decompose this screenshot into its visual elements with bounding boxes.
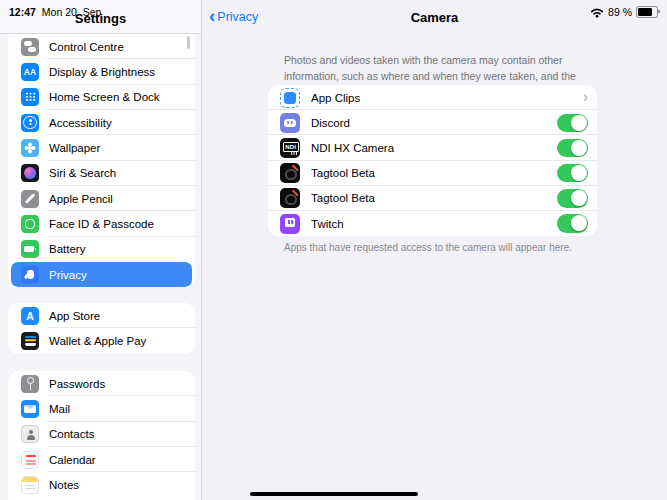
display-brightness-icon [21,63,39,81]
sidebar-item-passwords[interactable]: Passwords [8,371,195,396]
sidebar-item-label: Accessibility [49,117,112,129]
sidebar-item-label: Wallet & Apple Pay [49,335,146,347]
sidebar-item-wallet-apple-pay[interactable]: Wallet & Apple Pay [8,328,195,353]
sidebar-item-wallpaper[interactable]: Wallpaper [8,135,195,160]
sidebar-item-privacy[interactable]: Privacy [11,262,192,287]
app-name: NDI HX Camera [311,142,546,154]
sidebar-item-label: Calendar [49,454,96,466]
chevron-right-icon: › [583,89,588,105]
chevron-left-icon: ‹ [209,6,215,25]
sidebar-item-label: Wallpaper [49,142,100,154]
twitch-icon [280,214,300,234]
back-to-privacy-button[interactable]: ‹ Privacy [209,0,258,34]
face-id-icon [21,215,39,233]
back-label: Privacy [217,10,258,24]
control-centre-icon [21,38,39,56]
discord-icon [280,113,300,133]
sidebar-item-siri-search[interactable]: Siri & Search [8,161,195,186]
sidebar-item-home-screen-dock[interactable]: Home Screen & Dock [8,85,195,110]
camera-toggle-discord[interactable] [557,114,588,133]
sidebar-item-notes[interactable]: Notes [8,472,195,497]
camera-toggle-ndi-hx-camera[interactable] [557,139,588,158]
sidebar-item-label: Control Centre [49,41,124,53]
camera-apps-footer: Apps that have requested access to the c… [284,242,586,253]
sidebar-item-calendar[interactable]: Calendar [8,447,195,472]
sidebar-item-label: App Store [49,310,100,322]
sidebar-item-display-brightness[interactable]: Display & Brightness [8,59,195,84]
sidebar-item-label: Home Screen & Dock [49,91,160,103]
calendar-icon [21,451,39,469]
list-item-discord: Discord [268,110,597,135]
sidebar-item-label: Battery [49,243,85,255]
sidebar-item-label: Siri & Search [49,167,116,179]
privacy-icon [21,266,39,284]
sidebar-item-label: Privacy [49,269,87,281]
sidebar-item-accessibility[interactable]: Accessibility [8,110,195,135]
home-screen-dock-icon [21,88,39,106]
ipad-settings-screen: 12:47 Mon 20. Sep 89 % Settings Control [0,0,667,500]
camera-privacy-pane: ‹ Privacy Camera Photos and videos taken… [202,0,667,500]
camera-toggle-tagtool-beta-1[interactable] [557,164,588,183]
detail-header: ‹ Privacy Camera [202,0,667,34]
app-name: App Clips [311,92,572,104]
sidebar-item-mail[interactable]: Mail [8,396,195,421]
list-item-tagtool-beta-1: Tagtool Beta [268,161,597,186]
sidebar-item-label: Mail [49,403,70,415]
wallet-icon [21,332,39,350]
sidebar-item-label: Contacts [49,428,94,440]
app-name: Tagtool Beta [311,167,546,179]
camera-toggle-tagtool-beta-2[interactable] [557,189,588,208]
apple-pencil-icon [21,190,39,208]
list-item-app-clips[interactable]: App Clips › [268,85,597,110]
sidebar-item-battery[interactable]: Battery [8,237,195,262]
sidebar-title: Settings [75,11,126,26]
app-name: Tagtool Beta [311,192,546,204]
list-item-twitch: Twitch [268,211,597,236]
sidebar-item-label: Apple Pencil [49,193,113,205]
sidebar-group-2: App Store Wallet & Apple Pay [8,303,195,354]
sidebar-item-label: Display & Brightness [49,66,155,78]
sidebar-item-label: Passwords [49,378,105,390]
mail-icon [21,400,39,418]
sidebar-item-contacts[interactable]: Contacts [8,422,195,447]
passwords-icon [21,375,39,393]
home-indicator[interactable] [250,492,418,496]
list-item-ndi-hx-camera: NDI HX Camera [268,135,597,160]
accessibility-icon [21,114,39,132]
siri-search-icon [21,164,39,182]
sidebar-item-label: Notes [49,479,79,491]
camera-toggle-twitch[interactable] [557,214,588,233]
sidebar-item-control-centre[interactable]: Control Centre [8,34,195,59]
sidebar-scrollbar[interactable] [187,36,190,49]
app-store-icon [21,307,39,325]
settings-sidebar: Settings Control Centre Display & Bright… [0,0,202,500]
battery-settings-icon [21,240,39,258]
list-item-tagtool-beta-2: Tagtool Beta [268,186,597,211]
sidebar-item-apple-pencil[interactable]: Apple Pencil [8,186,195,211]
sidebar-item-label: Face ID & Passcode [49,218,154,230]
camera-apps-list: App Clips › Discord NDI HX Camera Tagtoo… [268,85,597,236]
page-title: Camera [202,0,667,34]
wallpaper-icon [21,139,39,157]
ndi-hx-camera-icon [280,138,300,158]
sidebar-header: Settings [0,0,201,34]
app-name: Discord [311,117,546,129]
sidebar-group-3: Passwords Mail Contacts Calendar Notes [8,371,195,500]
contacts-icon [21,425,39,443]
app-clips-icon [280,88,300,108]
sidebar-item-app-store[interactable]: App Store [8,303,195,328]
sidebar-item-face-id-passcode[interactable]: Face ID & Passcode [8,211,195,236]
notes-icon [21,476,39,494]
sidebar-group-1: Control Centre Display & Brightness Home… [8,34,195,287]
tagtool-beta-icon [280,163,300,183]
app-name: Twitch [311,218,546,230]
tagtool-beta-icon [280,188,300,208]
